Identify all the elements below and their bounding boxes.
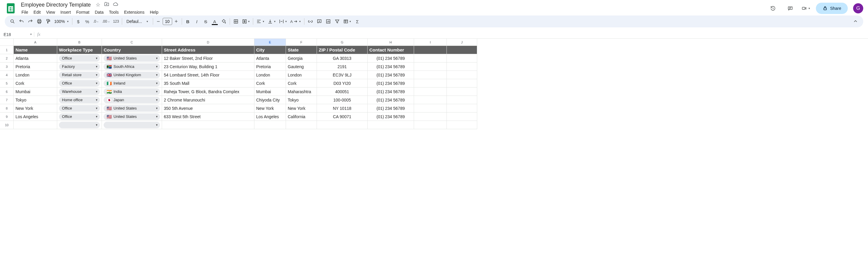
workplace-chip[interactable]: Office▼ (59, 55, 100, 62)
cell-empty[interactable] (447, 113, 477, 121)
row-header-5[interactable]: 5 (0, 79, 14, 88)
workplace-chip[interactable]: Office▼ (59, 114, 100, 120)
insert-link-icon[interactable] (306, 17, 315, 26)
percent-icon[interactable]: % (83, 17, 91, 26)
strikethrough-icon[interactable]: S (202, 17, 210, 26)
cell-workplace[interactable]: Warehouse▼ (57, 88, 102, 96)
cell-address[interactable]: 54 Lombard Street, 14th Floor (162, 71, 254, 79)
cell-empty[interactable] (254, 121, 286, 129)
cell-city[interactable]: New York (254, 104, 286, 113)
cell-empty[interactable] (447, 104, 477, 113)
cell-country[interactable]: 🇺🇸United States▼ (102, 54, 162, 63)
row-header-2[interactable]: 2 (0, 54, 14, 63)
col-header-C[interactable]: C (102, 39, 162, 46)
fill-color-icon[interactable] (220, 17, 228, 26)
cell-zip[interactable]: CA 90071 (317, 113, 368, 121)
cell-empty[interactable] (414, 96, 447, 104)
cell-city[interactable]: London (254, 71, 286, 79)
row-header-9[interactable]: 9 (0, 113, 14, 121)
menu-view[interactable]: View (44, 9, 58, 16)
menu-data[interactable]: Data (92, 9, 106, 16)
cloud-status-icon[interactable] (113, 1, 118, 8)
cell-empty[interactable] (414, 104, 447, 113)
cell-city[interactable]: Atlanta (254, 54, 286, 63)
borders-icon[interactable] (232, 17, 240, 26)
workplace-chip[interactable]: Retail store▼ (59, 72, 100, 78)
cell-country[interactable]: 🇺🇸United States▼ (102, 104, 162, 113)
bold-icon[interactable]: B (184, 17, 192, 26)
row-header-8[interactable]: 8 (0, 104, 14, 113)
row-header-1[interactable]: 1 (0, 46, 14, 54)
header-cell[interactable]: Street Address (162, 46, 254, 54)
share-button[interactable]: Share (816, 3, 848, 14)
cell-name[interactable]: Atlanta (14, 54, 57, 63)
account-avatar[interactable]: G (853, 3, 863, 13)
formula-input[interactable] (43, 32, 868, 37)
cell-empty[interactable] (414, 71, 447, 79)
font-size-decrease[interactable]: − (155, 18, 162, 25)
cell-address[interactable]: 35 South Mall (162, 79, 254, 88)
col-header-B[interactable]: B (57, 39, 102, 46)
workplace-chip[interactable]: Home office▼ (59, 97, 100, 103)
cell-zip[interactable]: GA 30313 (317, 54, 368, 63)
col-header-I[interactable]: I (414, 39, 447, 46)
cell-address[interactable]: 12 Baker Street, 2nd Floor (162, 54, 254, 63)
star-icon[interactable]: ☆ (96, 1, 100, 8)
cell-empty[interactable] (286, 121, 317, 129)
cell-empty[interactable] (14, 121, 57, 129)
insert-comment-icon[interactable] (315, 17, 323, 26)
country-chip[interactable]: 🇺🇸United States▼ (104, 105, 160, 111)
cell-contact[interactable]: (01) 234 56789 (368, 71, 414, 79)
cell-city[interactable]: Cork (254, 79, 286, 88)
cell-name[interactable]: London (14, 71, 57, 79)
workplace-chip[interactable]: Warehouse▼ (59, 88, 100, 95)
cell-empty[interactable] (414, 121, 447, 129)
workplace-chip[interactable]: ▼ (59, 122, 100, 128)
cell-address[interactable]: 2 Chrome Marunouchi (162, 96, 254, 104)
meet-icon[interactable]: ▼ (802, 2, 810, 14)
cell-name[interactable]: Cork (14, 79, 57, 88)
row-header-7[interactable]: 7 (0, 96, 14, 104)
cell-workplace[interactable]: Home office▼ (57, 96, 102, 104)
country-chip[interactable]: 🇬🇧United Kingdom▼ (104, 72, 160, 78)
cell-name[interactable]: Los Angeles (14, 113, 57, 121)
sheets-app-icon[interactable] (5, 2, 17, 14)
cell-state[interactable]: London (286, 71, 317, 79)
comments-icon[interactable] (784, 2, 796, 14)
font-size-increase[interactable]: + (173, 18, 180, 25)
country-chip[interactable]: 🇯🇵Japan▼ (104, 97, 160, 103)
cell-city[interactable]: Chiyoda City (254, 96, 286, 104)
header-cell[interactable]: Contact Number (368, 46, 414, 54)
col-header-F[interactable]: F (286, 39, 317, 46)
zoom-select[interactable]: 100%▼ (53, 19, 70, 24)
horizontal-align-icon[interactable]: ▼ (255, 17, 266, 26)
cell-state[interactable]: New York (286, 104, 317, 113)
redo-icon[interactable] (26, 17, 35, 26)
header-cell[interactable]: State (286, 46, 317, 54)
menu-tools[interactable]: Tools (106, 9, 121, 16)
col-header-D[interactable]: D (162, 39, 254, 46)
col-header-E[interactable]: E (254, 39, 286, 46)
filter-icon[interactable] (333, 17, 341, 26)
more-formats-icon[interactable]: 123 (112, 17, 120, 26)
undo-icon[interactable] (17, 17, 26, 26)
cell-zip[interactable]: D03 YI20 (317, 79, 368, 88)
col-header-G[interactable]: G (317, 39, 368, 46)
cell-contact[interactable]: (01) 234 56789 (368, 63, 414, 71)
cell-address[interactable]: 23 Centurion Way, Building 1 (162, 63, 254, 71)
cell-city[interactable]: Pretoria (254, 63, 286, 71)
cell-contact[interactable]: (01) 234 56789 (368, 54, 414, 63)
country-chip[interactable]: 🇺🇸United States▼ (104, 114, 160, 120)
workplace-chip[interactable]: Office▼ (59, 105, 100, 111)
cell-city[interactable]: Mumbai (254, 88, 286, 96)
country-chip[interactable]: 🇮🇳India▼ (104, 88, 160, 95)
row-header-3[interactable]: 3 (0, 63, 14, 71)
col-header-H[interactable]: H (368, 39, 414, 46)
text-color-icon[interactable]: A (211, 17, 219, 26)
cell-zip[interactable]: EC3V 9LJ (317, 71, 368, 79)
cell-state[interactable]: California (286, 113, 317, 121)
cell-workplace[interactable]: ▼ (57, 121, 102, 129)
cell-workplace[interactable]: Factory▼ (57, 63, 102, 71)
cell-workplace[interactable]: Office▼ (57, 104, 102, 113)
print-icon[interactable] (35, 17, 43, 26)
